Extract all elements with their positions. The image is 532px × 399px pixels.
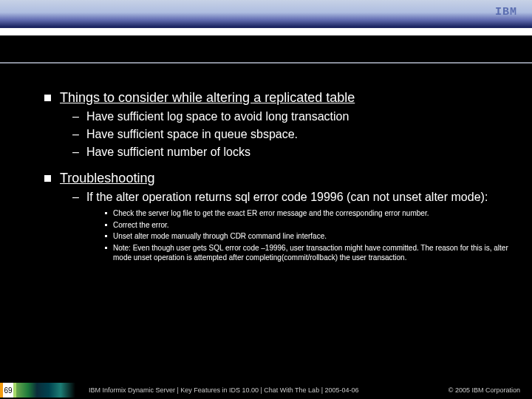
sub-list-item: Note: Even though user gets SQL error co… bbox=[105, 243, 517, 263]
sub-list-item: Check the server log file to get the exa… bbox=[105, 208, 517, 219]
bullet-dot-icon bbox=[105, 212, 107, 214]
footer: 69 IBM Informix Dynamic Server | Key Fea… bbox=[0, 381, 532, 399]
slide: IBM ER Enhancements: Alter table/fragmen… bbox=[0, 0, 532, 399]
footer-left-text: IBM Informix Dynamic Server | Key Featur… bbox=[89, 386, 449, 394]
page-number: 69 bbox=[0, 383, 16, 398]
slide-content: Things to consider while altering a repl… bbox=[0, 74, 532, 374]
list-item-text: Have sufficient log space to avoid long … bbox=[86, 110, 349, 123]
sub-list: Check the server log file to get the exa… bbox=[105, 208, 517, 263]
bullet-square-icon bbox=[44, 175, 51, 182]
dash-icon: – bbox=[72, 110, 79, 123]
bullet-dot-icon bbox=[105, 247, 107, 249]
sub-list-item-text: Check the server log file to get the exa… bbox=[113, 208, 429, 219]
list-item: – Have sufficient space in queue sbspace… bbox=[72, 128, 517, 141]
footer-copyright: © 2005 IBM Corporation bbox=[449, 386, 520, 394]
bullet-dot-icon bbox=[105, 235, 107, 237]
list-item: – Have sufficient log space to avoid lon… bbox=[72, 110, 517, 123]
list-item: – If the alter operation returns sql err… bbox=[72, 191, 517, 204]
sub-list-item: Unset alter mode manually through CDR co… bbox=[105, 231, 517, 242]
section-heading-consider: Things to consider while altering a repl… bbox=[44, 90, 517, 106]
bullet-square-icon bbox=[44, 95, 51, 101]
dash-icon: – bbox=[72, 128, 79, 141]
section-heading-text: Things to consider while altering a repl… bbox=[60, 90, 355, 106]
sub-list-item: Correct the error. bbox=[105, 220, 517, 231]
section-heading-text: Troubleshooting bbox=[60, 171, 154, 186]
ibm-logo: IBM bbox=[495, 6, 517, 18]
sub-list-item-text: Unset alter mode manually through CDR co… bbox=[113, 231, 327, 242]
ibm-logo-text: IBM bbox=[495, 6, 517, 18]
sub-list-item-text: Note: Even though user gets SQL error co… bbox=[113, 243, 517, 263]
bullet-dot-icon bbox=[105, 224, 107, 226]
slide-title: ER Enhancements: Alter table/fragment su… bbox=[10, 38, 398, 58]
sub-list-item-text: Correct the error. bbox=[113, 220, 169, 231]
footer-gradient bbox=[16, 383, 75, 398]
list-item-text: Have sufficient number of locks bbox=[86, 146, 250, 159]
list-item: – Have sufficient number of locks bbox=[72, 146, 517, 159]
title-divider bbox=[0, 62, 532, 64]
list-item-text: Have sufficient space in queue sbspace. bbox=[86, 128, 298, 141]
list-item-text: If the alter operation returns sql error… bbox=[86, 191, 488, 204]
section-heading-troubleshooting: Troubleshooting bbox=[44, 171, 517, 186]
dash-icon: – bbox=[72, 191, 79, 204]
header-band: IBM bbox=[0, 0, 532, 35]
dash-icon: – bbox=[72, 146, 79, 159]
